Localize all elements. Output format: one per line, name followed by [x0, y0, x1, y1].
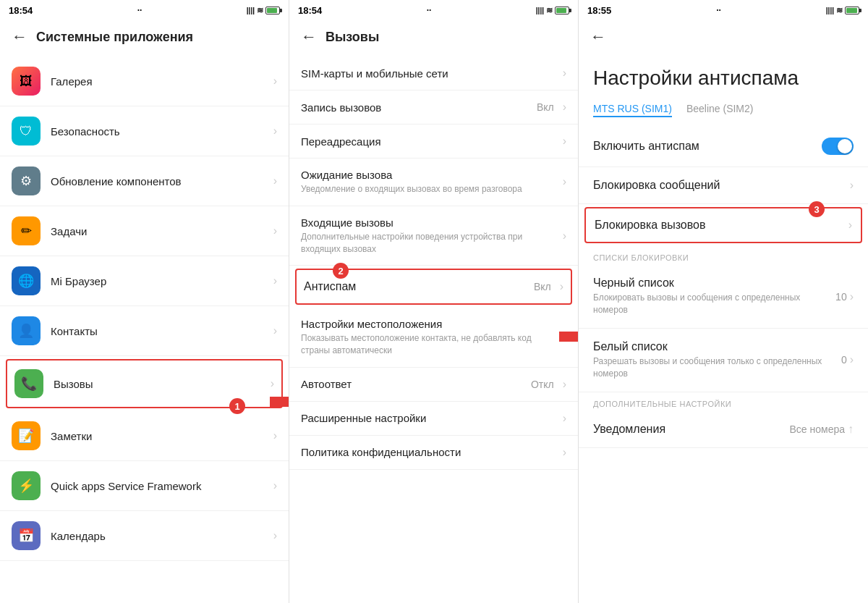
- list-item[interactable]: 📝 Заметки ›: [0, 411, 289, 461]
- arrow-icon: ›: [273, 274, 277, 287]
- item-title: Входящие вызовы: [301, 216, 557, 229]
- whitelist-item[interactable]: Белый список Разрешать вызовы и сообщени…: [579, 329, 868, 392]
- item-title: SIM-карты и мобильные сети: [301, 67, 557, 80]
- item-title: Галерея: [51, 75, 268, 88]
- item-col: Антиспам: [304, 280, 534, 293]
- blacklist-subtitle: Блокировать вызовы и сообщения с определ…: [593, 292, 835, 316]
- arrow-icon: ›: [563, 331, 566, 344]
- item-text: Quick apps Service Framework: [51, 480, 268, 492]
- list-item[interactable]: Расширенные настройки ›: [289, 402, 578, 436]
- list-item[interactable]: Переадресация ›: [289, 125, 578, 159]
- block-messages-item[interactable]: Блокировка сообщений ›: [579, 167, 868, 204]
- list-item[interactable]: 🌐 Mi Браузер ›: [0, 256, 289, 306]
- item-col: Автоответ: [301, 378, 531, 390]
- list-item[interactable]: 📅 Календарь ›: [0, 511, 289, 561]
- list-item[interactable]: 👤 Контакты ›: [0, 306, 289, 356]
- list-item[interactable]: Автоответ Откл ›: [289, 368, 578, 402]
- item-value: Вкл: [537, 101, 554, 113]
- arrow-icon: ›: [273, 125, 277, 138]
- item-text: Галерея: [51, 75, 268, 88]
- blacklist-item[interactable]: Черный список Блокировать вызовы и сообщ…: [579, 265, 868, 329]
- sim2-tab[interactable]: Beeline (SIM2): [686, 103, 754, 117]
- arrow-icon: ›: [563, 378, 566, 391]
- item-col: Ожидание вызова Уведомление о входящих в…: [301, 169, 557, 195]
- arrow-icon: ›: [273, 529, 277, 542]
- back-btn-1[interactable]: ←: [12, 28, 27, 46]
- antispam-settings-title: Настройки антиспама: [579, 56, 868, 97]
- dots-1: ··: [137, 5, 142, 15]
- item-text: Заметки: [51, 430, 268, 442]
- item-col: Настройки местоположения Показывать мест…: [301, 318, 557, 357]
- item-title: Контакты: [51, 325, 268, 337]
- panel2-title: Вызовы: [326, 30, 379, 45]
- item-col: Политика конфиденциальности: [301, 446, 557, 458]
- notifications-item[interactable]: Уведомления Все номера ↑: [579, 411, 868, 448]
- list-item[interactable]: Настройки местоположения Показывать мест…: [289, 308, 578, 368]
- arrow-icon: ›: [563, 67, 566, 80]
- panel1-title: Системные приложения: [36, 30, 193, 45]
- blacklist-title: Черный список: [593, 277, 835, 290]
- item-title: Ожидание вызова: [301, 169, 557, 181]
- toggle-knob: [838, 139, 852, 153]
- item-title: Антиспам: [304, 280, 534, 293]
- dots-2: ··: [427, 5, 432, 15]
- item-text: Вызовы: [54, 378, 265, 390]
- blacklist-count: 10: [835, 291, 847, 303]
- item-value: Откл: [531, 379, 554, 390]
- whitelist-count: 0: [841, 354, 847, 366]
- arrow-icon: ›: [563, 412, 566, 425]
- antispam-toggle-item: Включить антиспам: [579, 126, 868, 167]
- list-item[interactable]: SIM-карты и мобильные сети ›: [289, 56, 578, 90]
- arrow-icon: ›: [850, 290, 854, 303]
- list-item[interactable]: Входящие вызовы Дополнительные настройки…: [289, 206, 578, 266]
- whitelist-title: Белый список: [593, 340, 841, 353]
- list-item[interactable]: ✏ Задачи ›: [0, 206, 289, 256]
- block-messages-title: Блокировка сообщений: [593, 179, 850, 192]
- item-subtitle: Дополнительные настройки поведения устро…: [301, 231, 557, 256]
- notifications-value: Все номера: [789, 423, 845, 435]
- list-item[interactable]: ⚙ Обновление компонентов ›: [0, 156, 289, 206]
- arrow-icon: ›: [563, 135, 566, 148]
- time-1: 18:54: [9, 5, 33, 16]
- item-subtitle: Показывать местоположение контакта, не д…: [301, 332, 557, 357]
- list-item[interactable]: ⚡ Quick apps Service Framework ›: [0, 461, 289, 511]
- list-item[interactable]: 🛡 Безопасность ›: [0, 106, 289, 156]
- item-title: Политика конфиденциальности: [301, 446, 557, 458]
- list-item[interactable]: Ожидание вызова Уведомление о входящих в…: [289, 159, 578, 206]
- list-item[interactable]: 🖼 Галерея ›: [0, 56, 289, 106]
- arrow-icon: ›: [273, 324, 277, 337]
- back-btn-3[interactable]: ←: [590, 28, 606, 46]
- list-item[interactable]: Запись вызовов Вкл ›: [289, 90, 578, 125]
- item-title: Задачи: [51, 225, 268, 237]
- item-title: Расширенные настройки: [301, 412, 557, 424]
- panel3-content: Настройки антиспама MTS RUS (SIM1) Beeli…: [579, 56, 868, 603]
- status-bar-3: 18:55 ·· |||| ≋: [579, 0, 868, 20]
- item-col: SIM-карты и мобильные сети: [301, 67, 557, 80]
- item-title: Quick apps Service Framework: [51, 480, 268, 492]
- quickapps-icon: ⚡: [12, 471, 41, 500]
- item-col: Запись вызовов: [301, 101, 537, 114]
- calls-icon: 📞: [14, 369, 43, 398]
- item-col: Переадресация: [301, 135, 557, 148]
- status-icons-2: |||| ≋: [536, 6, 569, 15]
- item-title: Безопасность: [51, 125, 268, 138]
- arrow-icon: ›: [273, 224, 277, 237]
- list-item[interactable]: Политика конфиденциальности ›: [289, 436, 578, 470]
- arrow-icon: ›: [850, 353, 854, 366]
- panel1-list: 🖼 Галерея › 🛡 Безопасность ›: [0, 56, 289, 603]
- arrow-icon: ›: [560, 280, 563, 293]
- item-col: Расширенные настройки: [301, 412, 557, 424]
- item-text: Обновление компонентов: [51, 175, 268, 187]
- notifications-title: Уведомления: [593, 423, 789, 436]
- status-icons-3: |||| ≋: [826, 6, 859, 15]
- status-bar-1: 18:54 ·· |||| ≋: [0, 0, 289, 20]
- gallery-icon: 🖼: [12, 67, 41, 96]
- antispam-toggle[interactable]: [822, 138, 854, 155]
- panel3-header: ←: [579, 20, 868, 56]
- sim1-tab[interactable]: MTS RUS (SIM1): [593, 103, 672, 117]
- arrow-icon: ›: [273, 429, 277, 442]
- arrow-icon: ›: [563, 229, 566, 243]
- back-btn-2[interactable]: ←: [301, 28, 317, 46]
- item-title: Заметки: [51, 430, 268, 442]
- sim-tabs: MTS RUS (SIM1) Beeline (SIM2): [579, 97, 868, 126]
